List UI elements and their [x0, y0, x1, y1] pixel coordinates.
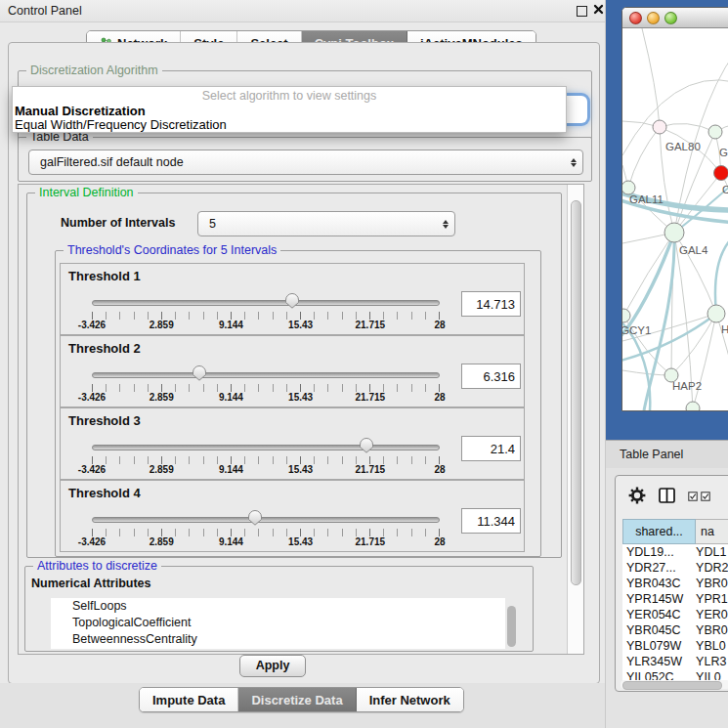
node-gcy1[interactable]: [622, 309, 630, 322]
network-window-titlebar[interactable]: [622, 8, 728, 28]
threshold-3-panel: Threshold 3 -3.4262.8599.14415.4321.7152…: [60, 407, 525, 480]
checkbox-icon[interactable]: [701, 492, 710, 501]
threshold-3-slider[interactable]: -3.4262.8599.14415.4321.71528: [92, 442, 440, 475]
node-bottom[interactable]: [686, 402, 700, 410]
tick-label: 2.859: [150, 320, 174, 330]
columns-icon[interactable]: [659, 488, 675, 503]
close-traffic-light-icon[interactable]: [629, 12, 642, 24]
tab-impute-data[interactable]: Impute Data: [140, 688, 238, 711]
node-top-right[interactable]: [708, 125, 722, 139]
dropdown-option-equal-width-frequency[interactable]: Equal Width/Frequency Discretization: [15, 117, 227, 132]
table-row[interactable]: YBL079WYBL0: [622, 638, 728, 654]
table-row[interactable]: YPR145WYPR1: [622, 591, 728, 607]
column-header-name[interactable]: na: [696, 519, 728, 544]
table-cell: YBL0: [695, 638, 728, 654]
scrollbar-thumb[interactable]: [507, 606, 516, 647]
discretization-algorithm-title: Discretization Algorithm: [26, 64, 162, 77]
network-view-window[interactable]: GAL80 G GAL11 C GAL4 GCY1 H HAP2: [621, 7, 728, 411]
node-gal11[interactable]: [622, 181, 635, 194]
threshold-1-value-field[interactable]: [461, 291, 521, 317]
tab-discretize-data[interactable]: Discretize Data: [238, 688, 356, 711]
table-data-combobox-value: galFiltered.sif default node: [29, 155, 565, 169]
node-gal4[interactable]: [664, 223, 684, 242]
slider-tick-labels: -3.4262.8599.14415.4321.71528: [92, 392, 440, 404]
table-data-combobox[interactable]: galFiltered.sif default node: [28, 150, 583, 175]
table-row[interactable]: YDL19...YDL1: [622, 544, 728, 560]
network-canvas[interactable]: GAL80 G GAL11 C GAL4 GCY1 H HAP2: [622, 28, 728, 410]
node-gal80[interactable]: [653, 120, 666, 134]
tick-label: 2.859: [150, 536, 174, 547]
table-cell: YER0: [695, 607, 728, 622]
tab-impute-data-label: Impute Data: [152, 693, 225, 707]
list-item[interactable]: BetweennessCentrality: [51, 631, 505, 648]
tick-label: 15.43: [288, 536, 313, 547]
table-row[interactable]: YBR045CYBR0: [622, 622, 728, 638]
slider-rail[interactable]: [92, 372, 440, 378]
tick-label: 21.715: [356, 320, 386, 330]
slider-rail[interactable]: [92, 300, 440, 306]
slider-ticks: [92, 529, 440, 536]
table-row[interactable]: YLR345WYLR3: [622, 654, 728, 669]
number-of-intervals-combobox[interactable]: 5: [197, 211, 455, 236]
column-header-shared[interactable]: shared...: [622, 519, 696, 544]
threshold-4-slider[interactable]: -3.4262.8599.14415.4321.71528: [92, 514, 440, 547]
threshold-2-value-field[interactable]: [461, 364, 521, 389]
table-cell: YLR3: [695, 654, 728, 669]
tick-label: 9.144: [219, 464, 243, 475]
table-cell: YBR045C: [622, 622, 695, 638]
node-right[interactable]: [707, 305, 725, 322]
minimize-traffic-light-icon[interactable]: [647, 12, 660, 24]
tick-label: 2.859: [150, 392, 174, 403]
tick-label: 15.43: [288, 320, 313, 330]
interval-definition-group: Interval Definition Number of Intervals …: [26, 193, 562, 558]
slider-rail[interactable]: [92, 517, 440, 523]
list-item[interactable]: TopologicalCoefficient: [51, 615, 505, 631]
table-cell: YDR2: [695, 560, 728, 576]
table-row[interactable]: YBR043CYBR0: [622, 576, 728, 591]
algorithm-dropdown-popup: Select algorithm to view settings Manual…: [12, 86, 567, 133]
apply-button[interactable]: Apply: [239, 655, 306, 677]
slider-thumb[interactable]: [247, 509, 263, 526]
threshold-3-value-field[interactable]: [461, 436, 521, 461]
attributes-list-scrollbar[interactable]: [505, 598, 519, 649]
scrollbar-thumb[interactable]: [622, 681, 722, 690]
threshold-4-value-field[interactable]: [461, 508, 521, 534]
dropdown-prompt: Select algorithm to view settings: [13, 89, 566, 103]
settings-vertical-scrollbar[interactable]: [567, 185, 584, 654]
network-nodes[interactable]: [622, 120, 728, 410]
threshold-2-slider[interactable]: -3.4262.8599.14415.4321.71528: [92, 369, 440, 403]
node-label-partial-top: G: [719, 147, 728, 158]
checkbox-icon[interactable]: [688, 492, 698, 501]
tab-infer-network-label: Infer Network: [369, 693, 450, 707]
numerical-attributes-list[interactable]: SelfLoopsTopologicalCoefficientBetweenne…: [51, 598, 505, 649]
float-panel-icon[interactable]: [577, 6, 587, 17]
tick-label: 9.144: [219, 392, 243, 403]
table-data-group: Table Data galFiltered.sif default node: [18, 137, 592, 182]
table-row[interactable]: YER054CYER0: [622, 607, 728, 622]
zoom-traffic-light-icon[interactable]: [664, 12, 677, 24]
scrollbar-thumb[interactable]: [571, 200, 581, 585]
table-panel-titlebar: Table Panel: [606, 440, 728, 469]
tick-label: 2.859: [150, 464, 174, 475]
node-label-partial-mid: C: [722, 184, 728, 195]
threshold-2-label: Threshold 2: [68, 341, 141, 356]
close-icon[interactable]: [593, 4, 604, 15]
list-item[interactable]: SelfLoops: [51, 598, 505, 615]
dropdown-option-manual-discretization[interactable]: Manual Discretization: [15, 104, 146, 118]
app-root: Control Panel Network Style Select Cyni …: [0, 0, 728, 728]
slider-thumb[interactable]: [284, 292, 300, 309]
slider-ticks: [92, 312, 440, 320]
threshold-1-slider[interactable]: -3.4262.8599.14415.4321.71528: [92, 297, 440, 330]
slider-thumb[interactable]: [192, 364, 207, 381]
table-horizontal-scrollbar[interactable]: [621, 680, 728, 689]
tick-label: 21.715: [356, 536, 386, 547]
node-label-partial-low: H: [721, 323, 728, 335]
attributes-group-title: Attributes to discretize: [33, 559, 161, 573]
node-selected-red[interactable]: [714, 166, 728, 181]
table-row[interactable]: YDR27...YDR2: [622, 560, 728, 576]
tick-label: -3.426: [78, 392, 106, 403]
slider-rail[interactable]: [92, 445, 440, 450]
gear-icon[interactable]: [628, 487, 646, 504]
slider-thumb[interactable]: [359, 437, 374, 453]
tab-infer-network[interactable]: Infer Network: [357, 688, 463, 711]
